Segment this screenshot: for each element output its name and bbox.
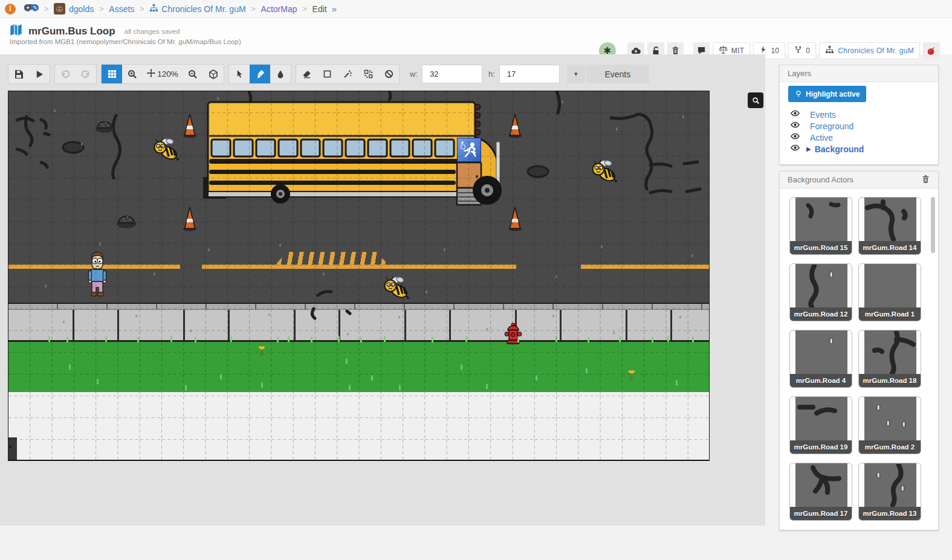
- sitemap-icon: [149, 4, 158, 14]
- traffic-cone-sprite: [508, 206, 522, 231]
- eye-icon[interactable]: [791, 143, 800, 155]
- actors-scrollbar-thumb[interactable]: [931, 197, 935, 253]
- actor-tile[interactable]: mrGum.Road 17: [789, 463, 852, 521]
- forks-chip[interactable]: 0: [788, 42, 816, 59]
- breadcrumb-project[interactable]: Chronicles Of Mr. guM: [161, 4, 245, 14]
- running-man-icon: [458, 138, 482, 163]
- width-label: w:: [410, 69, 418, 79]
- search-icon: [752, 97, 760, 105]
- breadcrumb-separator: >: [44, 5, 48, 13]
- asset-subtitle: Imported from MGB1 (nemopolymer/Chronica…: [10, 38, 241, 45]
- redo-button[interactable]: [76, 65, 96, 83]
- actor-tile[interactable]: mrGum.Road 19: [789, 396, 852, 454]
- actor-tile-label: mrGum.Road 12: [790, 307, 852, 321]
- stamp-tool-button[interactable]: [358, 65, 378, 83]
- layer-label-active[interactable]: Active: [810, 133, 833, 143]
- view-3d-button[interactable]: [203, 65, 224, 83]
- undo-button[interactable]: [55, 65, 76, 83]
- project-chip[interactable]: Chronicles Of Mr. guM: [819, 42, 920, 59]
- map-canvas[interactable]: ◂: [8, 91, 710, 461]
- actors-panel-title: Background Actors: [788, 175, 853, 184]
- play-button[interactable]: [29, 65, 50, 83]
- layer-label-background[interactable]: Background: [815, 144, 864, 154]
- eraser-tool-button[interactable]: [296, 65, 317, 83]
- eye-icon[interactable]: [791, 132, 800, 143]
- select-tool-button[interactable]: [229, 65, 250, 83]
- actor-tile-label: mrGum.Road 1: [859, 307, 921, 321]
- toggle-grid-button[interactable]: [102, 65, 122, 83]
- breadcrumb-assets[interactable]: Assets: [109, 4, 134, 14]
- actor-tile-label: mrGum.Road 15: [790, 241, 852, 254]
- rock-sprite: [94, 118, 115, 134]
- eye-icon[interactable]: [791, 109, 800, 120]
- actor-tile-label: mrGum.Road 13: [859, 507, 921, 520]
- highlight-active-label: Highlight active: [806, 90, 860, 98]
- bee-sprite: [382, 275, 410, 300]
- fill-tool-button[interactable]: [270, 65, 291, 83]
- map-height-input[interactable]: [499, 65, 560, 83]
- event-tile-marker[interactable]: [457, 138, 481, 162]
- map-search-button[interactable]: [748, 92, 763, 108]
- layer-row-events: Events: [780, 109, 939, 120]
- actor-tile[interactable]: mrGum.Road 18: [858, 330, 921, 388]
- traffic-cone-sprite: [508, 113, 522, 138]
- events-button[interactable]: Events: [586, 65, 649, 83]
- breadcrumb-edit: Edit: [312, 4, 327, 14]
- layer-row-foreground: Foreground: [780, 120, 939, 132]
- actor-tile[interactable]: mrGum.Road 1: [858, 263, 921, 321]
- actor-tile[interactable]: mrGum.Road 13: [858, 463, 921, 521]
- breadcrumb-actormap[interactable]: ActorMap: [261, 4, 297, 14]
- fire-hydrant-sprite: [504, 323, 522, 346]
- layers-panel: Layers Highlight active Events Foregroun…: [779, 65, 939, 165]
- breadcrumb-separator: >: [140, 5, 144, 13]
- caret-right-icon[interactable]: ▶: [806, 146, 811, 152]
- magic-wand-tool-button[interactable]: [337, 65, 358, 83]
- forks-count: 0: [806, 47, 810, 55]
- more-options-dropdown[interactable]: ▾: [567, 65, 585, 83]
- no-tool-button[interactable]: [378, 65, 399, 83]
- eye-icon[interactable]: [791, 120, 800, 132]
- layer-row-active: Active: [780, 132, 939, 143]
- traffic-cone-sprite: [183, 113, 197, 138]
- layers-panel-title: Layers: [788, 69, 811, 78]
- kid-character-sprite: [85, 251, 109, 299]
- gamepad-home-icon[interactable]: [24, 4, 39, 14]
- flower-sprite: [257, 345, 266, 358]
- trash-icon[interactable]: [921, 175, 930, 185]
- paint-tool-button[interactable]: [250, 65, 270, 83]
- map-width-input[interactable]: [422, 65, 482, 83]
- project-link[interactable]: Chronicles Of Mr. guM: [838, 47, 914, 55]
- breadcrumb-expand-chevrons[interactable]: »: [332, 4, 337, 14]
- actor-tile[interactable]: mrGum.Road 2: [858, 396, 921, 454]
- actor-tile[interactable]: mrGum.Road 15: [789, 197, 852, 255]
- highlight-active-button[interactable]: Highlight active: [788, 86, 866, 102]
- asset-header: mrGum.Bus Loop all changes saved Importe…: [0, 18, 952, 54]
- bee-sprite: [152, 137, 180, 161]
- map-icon: [10, 24, 22, 39]
- bomb-icon-button[interactable]: [923, 42, 940, 59]
- traffic-cone-sprite: [183, 206, 197, 231]
- actor-tile[interactable]: mrGum.Road 12: [789, 263, 852, 321]
- map-toolbar: 120% w: h: ▾ Events: [8, 65, 649, 83]
- height-label: h:: [488, 69, 495, 79]
- breadcrumb-separator: >: [99, 5, 103, 13]
- layer-label-foreground[interactable]: Foreground: [810, 121, 853, 131]
- breadcrumb-separator: >: [303, 5, 307, 13]
- actor-tile-label: mrGum.Road 18: [859, 374, 921, 387]
- actor-tile[interactable]: mrGum.Road 4: [789, 330, 852, 388]
- rect-select-tool-button[interactable]: [317, 65, 337, 83]
- zoom-out-button[interactable]: [183, 65, 203, 83]
- user-avatar[interactable]: [54, 3, 65, 14]
- editor-workspace: 120% w: h: ▾ Events: [0, 54, 765, 526]
- bee-sprite: [590, 159, 618, 183]
- layer-label-events[interactable]: Events: [810, 110, 836, 120]
- save-status: all changes saved: [125, 28, 180, 35]
- info-icon[interactable]: i: [5, 4, 16, 14]
- save-button[interactable]: [8, 65, 29, 83]
- zoom-in-button[interactable]: [122, 65, 143, 83]
- actor-tile[interactable]: mrGum.Road 14: [858, 197, 921, 255]
- move-icon: [147, 69, 155, 79]
- breadcrumb-user[interactable]: dgolds: [69, 4, 94, 14]
- rock-sprite: [115, 212, 138, 229]
- zoom-level-button[interactable]: 120%: [143, 65, 183, 83]
